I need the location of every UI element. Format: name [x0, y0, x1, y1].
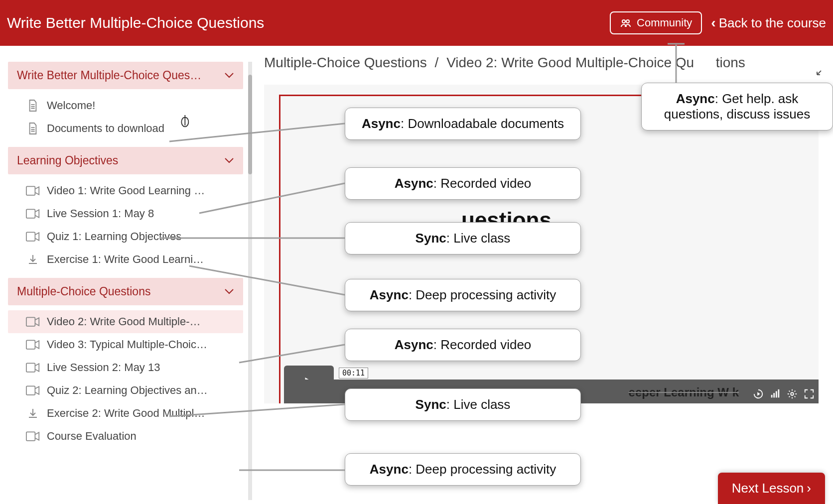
- lesson-item[interactable]: Live Session 2: May 13: [8, 356, 243, 379]
- settings-gear-icon[interactable]: [787, 388, 798, 399]
- expand-icon[interactable]: [815, 65, 827, 77]
- volume-bars-icon[interactable]: [770, 388, 781, 399]
- lesson-label: Video 3: Typical Multiple-Choic…: [47, 338, 207, 351]
- callout-downloadable-docs: Async: Downloadabale documents: [345, 108, 581, 140]
- lesson-item[interactable]: Video 2: Write Good Multiple-…: [8, 310, 243, 333]
- svg-rect-9: [26, 432, 35, 441]
- sidebar: Write Better Multiple-Choice Ques…Welcom…: [8, 62, 243, 455]
- lesson-label: Video 1: Write Good Learning …: [47, 184, 205, 197]
- svg-point-14: [791, 392, 794, 395]
- next-lesson-label: Next Lesson: [732, 481, 804, 496]
- callout-live-class-2: Sync: Live class: [345, 388, 581, 421]
- breadcrumb-current-part2: tions: [716, 55, 745, 70]
- svg-rect-5: [26, 317, 35, 326]
- document-icon: [26, 122, 40, 135]
- svg-point-0: [622, 20, 625, 23]
- lesson-label: Course Evaluation: [47, 430, 137, 443]
- next-lesson-button[interactable]: Next Lesson ›: [718, 473, 825, 504]
- video-icon: [26, 363, 40, 373]
- sidebar-scrollbar-thumb[interactable]: [248, 75, 252, 174]
- svg-point-1: [626, 20, 629, 23]
- download-icon: [26, 253, 40, 265]
- svg-rect-2: [26, 186, 35, 195]
- lesson-item[interactable]: Quiz 1: Learning Objectives: [8, 225, 243, 248]
- callout-live-class-1: Sync: Live class: [345, 222, 581, 254]
- svg-rect-11: [773, 393, 775, 397]
- lesson-item[interactable]: Quiz 2: Learning Objectives an…: [8, 379, 243, 402]
- playback-speed-icon[interactable]: [753, 388, 764, 399]
- svg-rect-12: [776, 391, 777, 398]
- video-icon: [26, 431, 40, 441]
- svg-rect-3: [26, 209, 35, 218]
- community-icon: [620, 17, 632, 29]
- section-header-2[interactable]: Multiple-Choice Questions: [8, 278, 243, 305]
- lesson-item[interactable]: Welcome!: [8, 94, 243, 117]
- section-header-0[interactable]: Write Better Multiple-Choice Ques…: [8, 62, 243, 89]
- svg-rect-8: [26, 386, 35, 395]
- lesson-item[interactable]: Exercise 2: Write Good Multipl…: [8, 402, 243, 425]
- section-title: Learning Objectives: [17, 154, 118, 167]
- video-icon: [26, 232, 40, 242]
- video-icon: [26, 340, 40, 350]
- chevron-left-icon: ‹: [711, 15, 715, 31]
- sidebar-scrollbar-track[interactable]: [248, 62, 252, 500]
- callout-recorded-video-2: Async: Recorded video: [345, 329, 581, 361]
- fullscreen-icon[interactable]: [804, 388, 815, 399]
- back-to-course-link[interactable]: ‹ Back to the course: [711, 15, 826, 31]
- svg-rect-4: [26, 232, 35, 241]
- svg-rect-10: [771, 395, 773, 398]
- lesson-label: Exercise 2: Write Good Multipl…: [47, 407, 205, 420]
- callout-deep-processing-2: Async: Deep processing activity: [345, 453, 581, 486]
- callout-deep-processing-1: Async: Deep processing activity: [345, 279, 581, 311]
- lesson-label: Video 2: Write Good Multiple-…: [47, 315, 201, 328]
- lesson-label: Live Session 1: May 8: [47, 207, 154, 220]
- lesson-item[interactable]: Video 1: Write Good Learning …: [8, 179, 243, 202]
- breadcrumb-parent[interactable]: Multiple-Choice Questions: [264, 55, 427, 70]
- document-icon: [26, 99, 40, 112]
- chevron-down-icon: [224, 154, 234, 167]
- deeper-learning-text: eeper Learning W k: [629, 385, 739, 399]
- callout-recorded-video-1: Async: Recorded video: [345, 167, 581, 200]
- back-link-label: Back to the course: [719, 15, 826, 31]
- chevron-right-icon: ›: [807, 481, 811, 496]
- video-icon: [26, 385, 40, 395]
- section-title: Multiple-Choice Questions: [17, 285, 150, 298]
- breadcrumb-current-part1: Video 2: Write Good Multiple-Choice Qu: [446, 55, 694, 70]
- callout-community: Async: Get help. ask questions, discuss …: [641, 83, 833, 130]
- video-icon: [26, 186, 40, 196]
- video-timecode: 00:11: [339, 368, 368, 378]
- lesson-label: Welcome!: [47, 99, 95, 112]
- lesson-label: Live Session 2: May 13: [47, 361, 160, 374]
- top-bar: Write Better Multiple-Choice Questions C…: [0, 0, 833, 46]
- svg-rect-13: [778, 389, 780, 398]
- community-button-label: Community: [637, 16, 692, 29]
- section-title: Write Better Multiple-Choice Ques…: [17, 69, 201, 82]
- lesson-label: Documents to download: [47, 122, 164, 135]
- lesson-label: Quiz 1: Learning Objectives: [47, 230, 181, 243]
- video-icon: [26, 209, 40, 219]
- lesson-item[interactable]: Course Evaluation: [8, 425, 243, 448]
- breadcrumb-separator: /: [435, 55, 439, 70]
- lesson-label: Exercise 1: Write Good Learni…: [47, 253, 204, 266]
- video-player-controls: [753, 388, 815, 399]
- video-icon: [26, 317, 40, 327]
- chevron-down-icon: [224, 285, 234, 298]
- download-icon: [26, 407, 40, 419]
- lesson-item[interactable]: Documents to download: [8, 117, 243, 140]
- lesson-item[interactable]: Live Session 1: May 8: [8, 202, 243, 225]
- section-header-1[interactable]: Learning Objectives: [8, 147, 243, 174]
- svg-rect-7: [26, 363, 35, 372]
- chevron-down-icon: [224, 69, 234, 82]
- lesson-label: Quiz 2: Learning Objectives an…: [47, 384, 208, 397]
- svg-rect-6: [26, 340, 35, 349]
- lesson-item[interactable]: Video 3: Typical Multiple-Choic…: [8, 333, 243, 356]
- lesson-item[interactable]: Exercise 1: Write Good Learni…: [8, 248, 243, 271]
- breadcrumb: Multiple-Choice Questions / Video 2: Wri…: [264, 55, 745, 71]
- page-title: Write Better Multiple-Choice Questions: [7, 14, 610, 31]
- community-button[interactable]: Community: [610, 11, 702, 34]
